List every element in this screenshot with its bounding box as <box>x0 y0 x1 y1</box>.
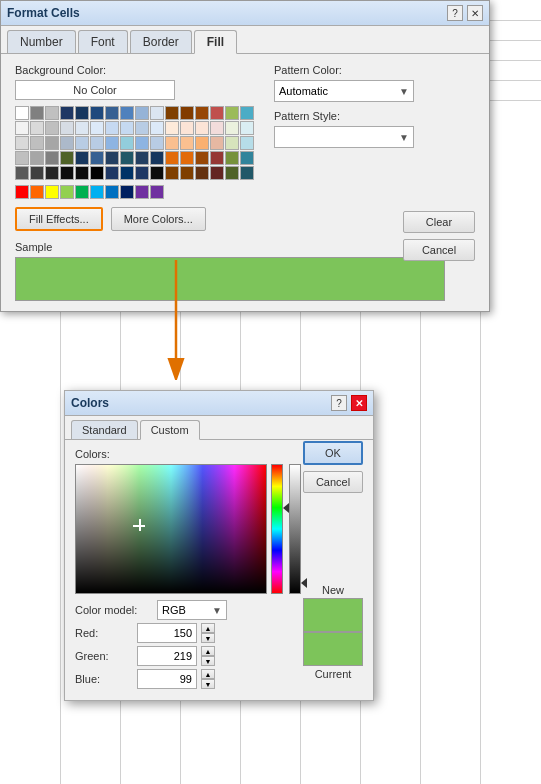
color-cell[interactable] <box>60 166 74 180</box>
colors-close-icon[interactable]: ✕ <box>351 395 367 411</box>
fill-effects-button[interactable]: Fill Effects... <box>15 207 103 231</box>
color-cell[interactable] <box>225 136 239 150</box>
color-cell[interactable] <box>45 121 59 135</box>
tab-number[interactable]: Number <box>7 30 76 53</box>
color-cell[interactable] <box>150 166 164 180</box>
color-cell[interactable] <box>195 136 209 150</box>
color-cell[interactable] <box>120 166 134 180</box>
pattern-color-dropdown[interactable]: Automatic ▼ <box>274 80 414 102</box>
color-cell[interactable] <box>240 106 254 120</box>
blue-increment-button[interactable]: ▲ <box>201 669 215 679</box>
no-color-button[interactable]: No Color <box>15 80 175 100</box>
color-cell[interactable] <box>45 185 59 199</box>
tab-font[interactable]: Font <box>78 30 128 53</box>
color-cell[interactable] <box>195 121 209 135</box>
tab-fill[interactable]: Fill <box>194 30 237 54</box>
colors-help-icon[interactable]: ? <box>331 395 347 411</box>
color-cell[interactable] <box>75 151 89 165</box>
green-decrement-button[interactable]: ▼ <box>201 656 215 666</box>
color-cell[interactable] <box>180 151 194 165</box>
color-cell[interactable] <box>120 185 134 199</box>
color-cell[interactable] <box>15 185 29 199</box>
color-cell[interactable] <box>210 121 224 135</box>
color-cell[interactable] <box>150 106 164 120</box>
color-cell[interactable] <box>90 151 104 165</box>
color-cell[interactable] <box>90 121 104 135</box>
colors-tab-standard[interactable]: Standard <box>71 420 138 439</box>
red-input[interactable] <box>137 623 197 643</box>
color-cell[interactable] <box>240 136 254 150</box>
cancel-button[interactable]: Cancel <box>403 239 475 261</box>
green-increment-button[interactable]: ▲ <box>201 646 215 656</box>
colors-cancel-button[interactable]: Cancel <box>303 471 363 493</box>
color-cell[interactable] <box>120 151 134 165</box>
color-cell[interactable] <box>210 106 224 120</box>
color-cell[interactable] <box>15 151 29 165</box>
color-cell[interactable] <box>240 121 254 135</box>
color-cell[interactable] <box>30 136 44 150</box>
color-cell[interactable] <box>15 136 29 150</box>
colors-ok-button[interactable]: OK <box>303 441 363 465</box>
color-cell[interactable] <box>60 121 74 135</box>
color-cell[interactable] <box>165 151 179 165</box>
color-cell[interactable] <box>135 136 149 150</box>
color-cell[interactable] <box>45 136 59 150</box>
color-cell[interactable] <box>210 136 224 150</box>
color-cell[interactable] <box>165 166 179 180</box>
color-cell[interactable] <box>180 121 194 135</box>
color-cell[interactable] <box>15 121 29 135</box>
blue-decrement-button[interactable]: ▼ <box>201 679 215 689</box>
color-cell[interactable] <box>60 151 74 165</box>
color-cell[interactable] <box>180 166 194 180</box>
tab-border[interactable]: Border <box>130 30 192 53</box>
color-cell[interactable] <box>105 136 119 150</box>
color-cell[interactable] <box>165 106 179 120</box>
color-cell[interactable] <box>30 106 44 120</box>
blue-input[interactable] <box>137 669 197 689</box>
color-cell[interactable] <box>60 106 74 120</box>
pattern-style-dropdown[interactable]: ▼ <box>274 126 414 148</box>
color-cell[interactable] <box>90 136 104 150</box>
color-cell[interactable] <box>150 136 164 150</box>
close-icon[interactable]: ✕ <box>467 5 483 21</box>
color-cell[interactable] <box>135 106 149 120</box>
red-decrement-button[interactable]: ▼ <box>201 633 215 643</box>
color-cell[interactable] <box>150 121 164 135</box>
color-cell[interactable] <box>60 136 74 150</box>
color-cell[interactable] <box>15 166 29 180</box>
color-cell[interactable] <box>165 136 179 150</box>
color-cell[interactable] <box>150 151 164 165</box>
color-cell[interactable] <box>225 151 239 165</box>
color-cell[interactable] <box>135 121 149 135</box>
color-cell[interactable] <box>105 106 119 120</box>
color-cell[interactable] <box>240 166 254 180</box>
color-spectrum[interactable] <box>75 464 267 594</box>
color-cell[interactable] <box>225 106 239 120</box>
color-cell[interactable] <box>195 166 209 180</box>
color-cell[interactable] <box>45 151 59 165</box>
color-cell[interactable] <box>30 151 44 165</box>
color-cell[interactable] <box>135 151 149 165</box>
color-cell[interactable] <box>105 185 119 199</box>
hue-slider[interactable] <box>271 464 285 594</box>
color-cell[interactable] <box>105 121 119 135</box>
red-increment-button[interactable]: ▲ <box>201 623 215 633</box>
green-input[interactable] <box>137 646 197 666</box>
color-cell[interactable] <box>30 166 44 180</box>
color-cell[interactable] <box>30 185 44 199</box>
help-icon[interactable]: ? <box>447 5 463 21</box>
color-cell[interactable] <box>75 106 89 120</box>
color-cell[interactable] <box>60 185 74 199</box>
color-cell[interactable] <box>105 151 119 165</box>
color-cell[interactable] <box>150 185 164 199</box>
color-model-dropdown[interactable]: RGB ▼ <box>157 600 227 620</box>
color-cell[interactable] <box>75 166 89 180</box>
more-colors-button[interactable]: More Colors... <box>111 207 206 231</box>
color-cell[interactable] <box>195 106 209 120</box>
color-cell[interactable] <box>120 106 134 120</box>
color-cell[interactable] <box>210 166 224 180</box>
color-cell[interactable] <box>75 121 89 135</box>
color-cell[interactable] <box>180 106 194 120</box>
color-cell[interactable] <box>15 106 29 120</box>
color-cell[interactable] <box>120 136 134 150</box>
